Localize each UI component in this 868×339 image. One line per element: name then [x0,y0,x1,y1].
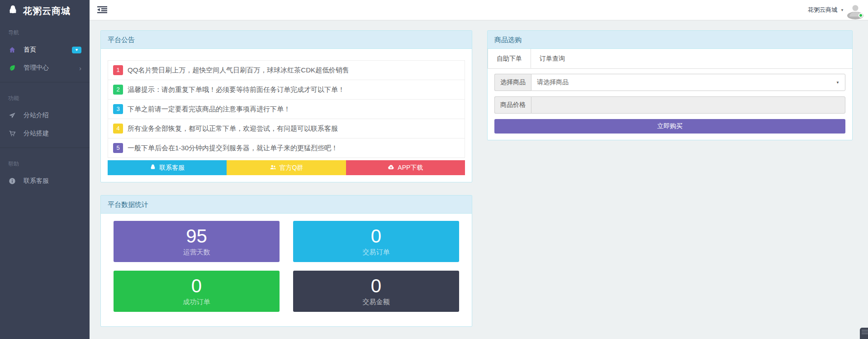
sidebar-item-home[interactable]: 首页 ♥ [0,41,90,59]
users-icon [270,164,276,172]
stats-panel-title: 平台数据统计 [101,196,472,214]
stats-panel-body: 95 运营天数 0 交易订单 0 成功订单 0 交易金额 [101,214,472,326]
official-q-group-button[interactable]: 官方Q群 [227,160,346,175]
product-select-value: 请选择商品 [537,78,569,86]
right-column: 商品选购 自助下单 订单查询 选择商品 请选择商品 ▼ 商品价格 立即购买 [487,30,853,140]
stat-label: 成功订单 [183,298,210,306]
stat-value: 95 [186,226,207,246]
sidebar-item-label: 分站搭建 [24,129,49,138]
announcement-number-badge: 3 [113,104,123,114]
stat-card-trade-amount: 0 交易金额 [293,271,459,312]
announcement-list: 1 QQ名片赞日刷上万，超快空间人气日刷百万，球球冰红茶CDK超低价销售 2 温… [108,60,465,158]
announcement-number-badge: 5 [113,143,123,153]
stat-card-success-orders: 0 成功订单 [114,271,280,312]
sidebar-item-label: 分站介绍 [24,111,49,119]
sidebar-section-features: 功能 [0,87,90,106]
shop-form: 选择商品 请选择商品 ▼ 商品价格 立即购买 [488,69,852,140]
button-label: APP下载 [398,164,423,172]
outdent-icon [97,7,107,15]
home-icon [8,46,16,54]
info-circle-icon [8,177,16,185]
qq-penguin-logo-icon [8,5,18,17]
brand[interactable]: 花粥云商城 [0,0,90,22]
announcement-number-badge: 2 [113,85,123,95]
stat-card-trade-orders: 0 交易订单 [293,221,459,262]
stat-label: 运营天数 [183,248,210,257]
chevron-right-icon: › [79,65,81,72]
announcement-text: 一般下单后会在1-30分钟内提交到服务器，就让单子来的更猛烈些吧！ [128,144,338,153]
brand-title: 花粥云商城 [23,5,71,17]
scrollbar-handle[interactable] [860,328,868,339]
announcement-item: 1 QQ名片赞日刷上万，超快空间人气日刷百万，球球冰红茶CDK超低价销售 [108,61,465,80]
product-select-label: 选择商品 [494,74,531,91]
announcement-number-badge: 1 [113,65,123,75]
shop-panel-title: 商品选购 [488,31,852,49]
sidebar-divider [0,82,90,82]
sidebar-item-contact-support[interactable]: 联系客服 [0,172,90,190]
announcement-button-row: 联系客服 官方Q群 APP下载 [108,160,465,175]
buy-now-button[interactable]: 立即购买 [494,119,845,134]
announcement-panel-body: 1 QQ名片赞日刷上万，超快空间人气日刷百万，球球冰红茶CDK超低价销售 2 温… [101,49,472,182]
online-status-dot [859,13,863,18]
product-price-field [531,96,845,114]
announcement-panel: 平台公告 1 QQ名片赞日刷上万，超快空间人气日刷百万，球球冰红茶CDK超低价销… [100,30,472,182]
cart-icon [8,130,16,138]
stat-card-days-running: 95 运营天数 [114,221,280,262]
cloud-download-icon [388,164,394,172]
caret-down-icon: ▼ [836,81,840,85]
user-menu[interactable]: 花粥云商城 ▼ [808,0,863,20]
announcement-number-badge: 4 [113,124,123,134]
announcement-item: 5 一般下单后会在1-30分钟内提交到服务器，就让单子来的更猛烈些吧！ [108,138,465,158]
heart-icon: ♥ [76,48,78,52]
sidebar-item-label: 首页 [24,46,36,54]
announcement-text: 所有业务全部恢复，都可以正常下单，欢迎尝试，有问题可以联系客服 [128,124,338,133]
sidebar-item-branch-intro[interactable]: 分站介绍 [0,106,90,124]
user-menu-label: 花粥云商城 [808,6,837,14]
sidebar-item-branch-build[interactable]: 分站搭建 [0,124,90,143]
caret-down-icon: ▼ [840,8,844,12]
product-price-label: 商品价格 [494,96,531,114]
stat-value: 0 [191,276,202,296]
sidebar-section-help: 帮助 [0,153,90,172]
contact-support-button[interactable]: 联系客服 [108,160,227,175]
shop-panel: 商品选购 自助下单 订单查询 选择商品 请选择商品 ▼ 商品价格 立即购买 [487,30,853,140]
qq-icon [150,164,156,172]
announcement-text: 温馨提示：请勿重复下单哦！必须要等待前面任务订单完成才可以下单！ [128,86,345,94]
stat-label: 交易订单 [363,248,390,257]
product-price-group: 商品价格 [494,96,845,114]
sidebar-item-admin-center[interactable]: 管理中心 › [0,59,90,77]
tab-order-query[interactable]: 订单查询 [531,49,574,68]
product-select[interactable]: 请选择商品 ▼ [531,74,845,91]
paper-plane-icon [8,112,16,119]
sidebar: 花粥云商城 导航 首页 ♥ 管理中心 › 功能 分站介绍 分站搭建 帮助 [0,0,90,339]
announcement-panel-title: 平台公告 [101,31,472,49]
heart-badge: ♥ [72,47,81,53]
sidebar-toggle-button[interactable] [97,6,107,14]
announcement-text: 下单之前请一定要看完该商品的注意事项再进行下单！ [128,105,290,114]
announcement-text: QQ名片赞日刷上万，超快空间人气日刷百万，球球冰红茶CDK超低价销售 [128,66,349,75]
sidebar-divider [0,148,90,148]
sidebar-item-label: 管理中心 [24,64,49,72]
tab-self-order[interactable]: 自助下单 [488,49,531,68]
button-label: 联系客服 [159,164,185,172]
announcement-item: 2 温馨提示：请勿重复下单哦！必须要等待前面任务订单完成才可以下单！ [108,80,465,100]
product-select-group: 选择商品 请选择商品 ▼ [494,74,845,91]
announcement-item: 3 下单之前请一定要看完该商品的注意事项再进行下单！ [108,100,465,119]
app-download-button[interactable]: APP下载 [346,160,465,175]
stats-panel: 平台数据统计 95 运营天数 0 交易订单 0 成功订单 0 交易金额 [100,195,472,327]
sidebar-item-label: 联系客服 [24,177,49,185]
button-label: 官方Q群 [280,164,304,172]
announcement-item: 4 所有业务全部恢复，都可以正常下单，欢迎尝试，有问题可以联系客服 [108,119,465,138]
stat-value: 0 [371,226,381,246]
sidebar-section-nav: 导航 [0,22,90,41]
stat-value: 0 [371,276,381,296]
avatar[interactable] [847,2,863,18]
leaf-icon [8,64,16,72]
shop-tab-bar: 自助下单 订单查询 [488,49,852,69]
stat-label: 交易金额 [363,298,390,306]
topbar: 花粥云商城 ▼ [90,0,868,20]
main-content: 平台公告 1 QQ名片赞日刷上万，超快空间人气日刷百万，球球冰红茶CDK超低价销… [90,20,868,339]
left-column: 平台公告 1 QQ名片赞日刷上万，超快空间人气日刷百万，球球冰红茶CDK超低价销… [100,30,472,327]
